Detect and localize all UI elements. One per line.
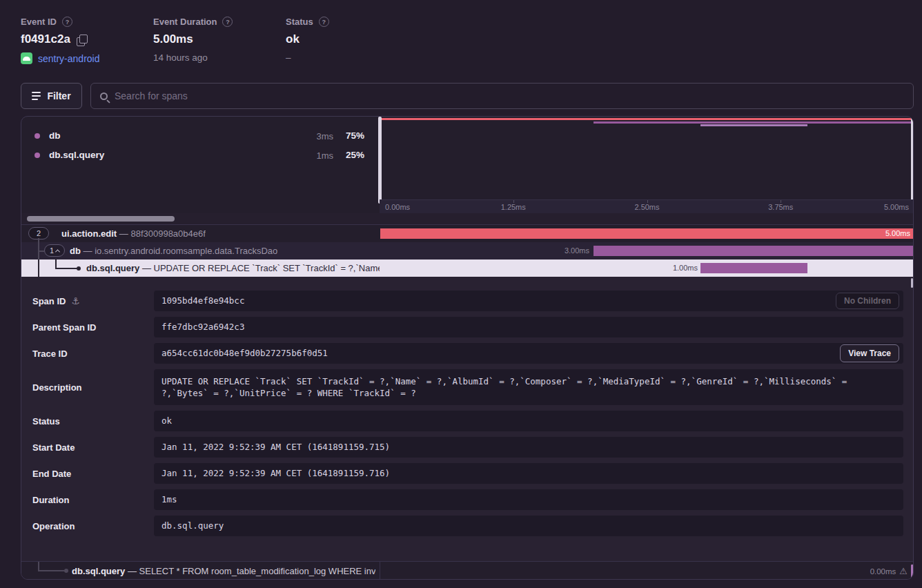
no-children-button[interactable]: No Children — [836, 293, 899, 309]
op-percent: 75% — [346, 130, 364, 141]
end-date-label: End Date — [32, 469, 71, 479]
separator-dash: — — [128, 566, 137, 576]
help-icon[interactable] — [319, 17, 329, 27]
status-detail-label: Status — [32, 416, 60, 427]
span-bar-red[interactable]: 5.00ms — [380, 228, 914, 239]
ops-breakdown-row-db[interactable]: db 3ms 75% — [21, 126, 380, 146]
event-age: 14 hours ago — [153, 52, 208, 63]
trace-id-label: Trace ID — [32, 349, 68, 359]
project-link[interactable]: sentry-android — [38, 53, 100, 64]
start-date-label: Start Date — [32, 442, 75, 453]
time-axis: 0.00ms 1.25ms 2.50ms 3.75ms 5.00ms — [380, 199, 914, 213]
axis-tick: 1.25ms — [501, 203, 526, 211]
span-id-label: Span ID — [32, 296, 66, 306]
span-desc: 88f300998a0b4e6f — [130, 228, 205, 239]
description-value: UPDATE OR REPLACE `Track` SET `TrackId` … — [154, 369, 903, 405]
end-date-value: Jan 11, 2022 9:52:39 AM CET (1641891159.… — [154, 463, 903, 484]
search-input[interactable] — [115, 90, 904, 101]
event-duration-value: 5.00ms — [153, 32, 193, 46]
trace-id-value: a654cc61dc0b48ef9d0b27275b6f0d51 View Tr… — [154, 343, 903, 364]
minimap-right-handle[interactable] — [911, 117, 914, 204]
event-id-label-row: Event ID — [21, 17, 100, 27]
op-percent: 25% — [346, 150, 364, 160]
status-value: ok — [286, 32, 300, 46]
span-detail-section: Span ID ⚓ 1095bd4ef8e94bcc No Children P… — [21, 277, 914, 561]
view-trace-button[interactable]: View Trace — [840, 344, 899, 362]
axis-tick: 0.00ms — [385, 203, 410, 211]
children-count-badge-expanded[interactable]: 1 — [44, 244, 65, 257]
span-op: db.sql.query — [86, 263, 139, 273]
duration-detail-value: 1ms — [154, 489, 903, 510]
filter-button-label: Filter — [47, 90, 70, 101]
span-bar-duration: 0.00ms — [870, 567, 896, 576]
span-op: db — [70, 246, 81, 256]
tree-connector-elbow — [55, 268, 78, 269]
hscroll-thumb[interactable] — [27, 216, 175, 222]
event-duration-column: Event Duration 5.00ms 14 hours ago — [153, 17, 233, 63]
axis-tick: 5.00ms — [884, 203, 909, 211]
zero-duration-span-marker — [911, 565, 914, 578]
op-name: db.sql.query — [49, 150, 104, 160]
span-bar-duration: 3.00ms — [565, 242, 589, 259]
minimap-left-handle[interactable] — [378, 117, 382, 204]
span-row-ui-action-edit[interactable]: 2 ui.action.edit — 88f300998a0b4e6f 5.00… — [21, 225, 914, 242]
op-duration: 3ms — [316, 131, 333, 141]
op-color-dot — [35, 133, 40, 139]
filter-button[interactable]: Filter — [21, 83, 82, 109]
description-label: Description — [32, 382, 82, 393]
copy-icon[interactable] — [77, 35, 87, 45]
tree-connector-elbow — [38, 570, 66, 571]
android-platform-icon — [21, 52, 32, 64]
op-duration: 1ms — [316, 150, 333, 161]
ops-breakdown-row-db-sql-query[interactable]: db.sql.query 1ms 25% — [21, 146, 380, 165]
help-icon[interactable] — [62, 17, 72, 27]
span-search[interactable] — [90, 83, 914, 109]
axis-tick: 3.75ms — [768, 203, 793, 211]
span-row-db-sql-query-selected[interactable]: db.sql.query — UPDATE OR REPLACE `Track`… — [21, 259, 914, 277]
separator-dash: — — [119, 228, 128, 239]
separator-dash: — — [142, 263, 151, 273]
vscroll-thumb[interactable] — [911, 278, 913, 288]
span-desc: UPDATE OR REPLACE `Track` SET `TrackId` … — [154, 263, 380, 273]
event-duration-label: Event Duration — [153, 17, 217, 27]
span-bar-purple[interactable] — [700, 263, 807, 273]
filter-icon — [32, 92, 41, 100]
status-label: Status — [286, 17, 313, 27]
axis-tick: 2.50ms — [634, 203, 659, 211]
help-icon[interactable] — [222, 17, 233, 27]
minimap-span-db-sql-query — [700, 124, 807, 126]
event-id-label: Event ID — [21, 17, 57, 27]
span-bar-duration: 1.00ms — [673, 259, 698, 277]
minimap-span-ui-action — [380, 118, 914, 120]
status-column: Status ok – — [286, 17, 329, 63]
trace-waterfall-panel: db 3ms 75% db.sql.query 1ms 25% 0.00ms 1… — [21, 116, 914, 580]
span-row-select-query[interactable]: db.sql.query — SELECT * FROM room_table_… — [21, 562, 914, 580]
separator-dash: — — [84, 246, 92, 256]
op-name: db — [49, 130, 61, 141]
span-bar-duration: 5.00ms — [885, 225, 910, 242]
search-icon — [100, 92, 108, 100]
anchor-icon[interactable]: ⚓ — [71, 295, 80, 306]
operation-label: Operation — [32, 521, 75, 531]
tree-leaf-dot — [64, 569, 68, 573]
parent-span-id-value: ffe7dbc92a6942c3 — [154, 317, 903, 337]
event-id-value: f0491c2a — [21, 32, 70, 46]
warning-icon: ⚠ — [899, 567, 908, 576]
badge-count: 2 — [37, 229, 41, 237]
tree-timeline-divider — [380, 562, 380, 580]
event-id-column: Event ID f0491c2a sentry-android — [21, 17, 100, 64]
span-op: ui.action.edit — [61, 228, 117, 239]
status-sub: – — [286, 52, 291, 63]
span-desc: SELECT * FROM room_table_modification_lo… — [139, 566, 375, 576]
tree-leaf-dot — [77, 266, 81, 271]
span-bar-purple[interactable] — [594, 246, 914, 256]
span-row-db-tracksdao[interactable]: 1 db — io.sentry.android.roomsample.data… — [21, 242, 914, 259]
tree-guide-line — [38, 259, 39, 277]
operation-value: db.sql.query — [154, 516, 903, 536]
minimap-span-db — [594, 121, 914, 124]
duration-detail-label: Duration — [32, 495, 69, 505]
status-detail-value: ok — [154, 411, 903, 431]
tree-guide-line — [38, 238, 39, 259]
span-desc: io.sentry.android.roomsample.data.Tracks… — [95, 246, 277, 256]
span-op: db.sql.query — [72, 566, 125, 576]
